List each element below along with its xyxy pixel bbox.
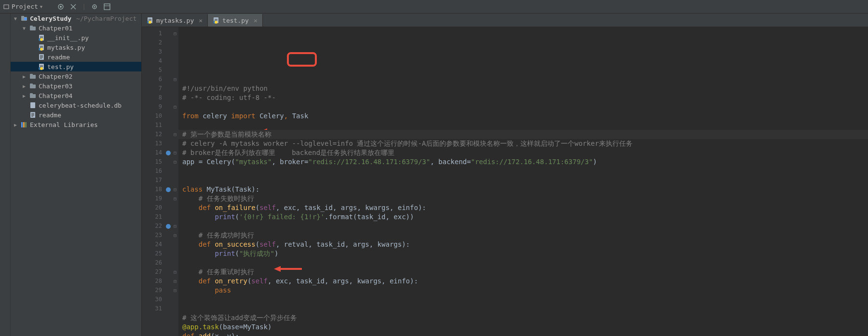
code-line[interactable]: print("执行成功") (182, 249, 868, 258)
code-line[interactable]: # -*- coding: utf-8 -*- (182, 93, 868, 102)
override-marker-icon[interactable] (166, 187, 171, 192)
tree-node-celerybeat-schedule-db[interactable]: celerybeat-schedule.db (11, 100, 141, 110)
line-number[interactable]: 27 (142, 267, 162, 277)
line-number[interactable]: 5 (142, 66, 162, 75)
line-number[interactable]: 2 (142, 38, 162, 47)
code-line[interactable] (182, 176, 868, 185)
expand-arrow-icon[interactable]: ▶ (21, 84, 27, 89)
fold-handle[interactable]: ⊟ (172, 102, 178, 112)
expand-arrow-icon[interactable]: ▼ (13, 16, 18, 21)
line-number[interactable]: 21 (142, 212, 162, 222)
tree-node-chatper02[interactable]: ▶Chatper02 (11, 71, 141, 81)
fold-handle[interactable]: ⊟ (172, 157, 178, 167)
fold-handle[interactable] (172, 112, 178, 121)
fold-handle[interactable] (172, 249, 178, 258)
expand-arrow-icon[interactable]: ▶ (21, 93, 27, 98)
code-line[interactable] (182, 304, 868, 313)
code-area[interactable]: #!/usr/bin/env python# -*- coding: utf-8… (178, 27, 868, 336)
line-number[interactable]: 7 (142, 84, 162, 93)
line-number[interactable]: 3 (142, 47, 162, 56)
close-icon[interactable]: × (199, 17, 203, 24)
line-number[interactable]: 18 (142, 185, 162, 194)
fold-gutter[interactable]: ⊟⊟⊟⊟⊟⊟⊟⊟⊟⊟⊟⊟⊟ (172, 27, 178, 336)
code-line[interactable]: # 这个装饰器让add变成一个异步任务 (182, 313, 868, 322)
line-number[interactable]: 23 (142, 231, 162, 240)
code-line[interactable]: app = Celery("mytasks", broker="redis://… (182, 157, 868, 167)
line-number[interactable]: 10 (142, 112, 162, 121)
code-line[interactable]: def add(x, y): (182, 332, 868, 336)
tree-node-external-libraries[interactable]: ▶External Libraries (11, 120, 141, 129)
tree-node-chatper01[interactable]: ▼Chatper01 (11, 23, 141, 33)
code-line[interactable]: def on_failure(self, exc, task_id, args,… (182, 203, 868, 212)
line-number[interactable]: 22 (142, 222, 162, 231)
hide-icon[interactable] (103, 3, 111, 11)
code-line[interactable] (182, 295, 868, 304)
line-number[interactable]: 11 (142, 121, 162, 130)
fold-handle[interactable] (172, 139, 178, 148)
scroll-from-source-icon[interactable] (57, 3, 65, 11)
code-line[interactable]: def on_retry(self, exc, task_id, args, k… (182, 277, 868, 286)
tree-node--init-py[interactable]: __init__.py (11, 33, 141, 42)
fold-handle[interactable]: ⊟ (172, 194, 178, 203)
expand-arrow-icon[interactable]: ▶ (13, 122, 18, 127)
fold-handle[interactable] (172, 295, 178, 304)
line-number[interactable]: 4 (142, 56, 162, 66)
line-number[interactable]: 20 (142, 203, 162, 212)
fold-handle[interactable] (172, 176, 178, 185)
line-number[interactable]: 16 (142, 167, 162, 176)
fold-handle[interactable] (172, 38, 178, 47)
fold-handle[interactable]: ⊟ (172, 277, 178, 286)
line-number[interactable]: 29 (142, 286, 162, 295)
fold-handle[interactable] (172, 56, 178, 66)
code-line[interactable]: # 任务成功时执行 (182, 231, 868, 240)
code-line[interactable] (182, 167, 868, 176)
tree-node-readme[interactable]: readme (11, 52, 141, 62)
line-number[interactable]: 30 (142, 295, 162, 304)
fold-handle[interactable] (172, 93, 178, 102)
settings-icon[interactable] (91, 3, 98, 11)
code-line[interactable]: #!/usr/bin/env python (182, 84, 868, 93)
project-tree[interactable]: ▼CeleryStudy~/PycharmProject▼Chatper01__… (0, 14, 142, 336)
code-line[interactable]: from celery import Celery, Task (182, 112, 868, 121)
fold-handle[interactable] (172, 66, 178, 75)
line-number[interactable]: 19 (142, 194, 162, 203)
line-number-gutter[interactable]: 1234567891011121314151617181920212223242… (142, 27, 165, 336)
line-number[interactable]: 8 (142, 93, 162, 102)
code-line[interactable]: def on_success(self, retval, task_id, ar… (182, 240, 868, 249)
fold-handle[interactable]: ⊟ (172, 148, 178, 157)
fold-handle[interactable]: ⊟ (172, 222, 178, 231)
code-line[interactable] (182, 222, 868, 231)
tree-node-test-py[interactable]: test.py (11, 62, 141, 71)
fold-handle[interactable] (172, 167, 178, 176)
fold-handle[interactable] (172, 304, 178, 313)
line-number[interactable]: 31 (142, 304, 162, 313)
code-line[interactable]: pass (182, 286, 868, 295)
fold-handle[interactable]: ⊟ (172, 231, 178, 240)
line-number[interactable]: 25 (142, 249, 162, 258)
line-number[interactable]: 9 (142, 102, 162, 112)
code-line[interactable] (182, 121, 868, 130)
fold-handle[interactable] (172, 47, 178, 56)
project-dropdown[interactable]: Project ▼ (3, 3, 42, 10)
expand-arrow-icon[interactable]: ▼ (21, 26, 27, 31)
code-line[interactable]: print('{0!r} failed: {1!r}'.format(task_… (182, 212, 868, 222)
fold-handle[interactable] (172, 84, 178, 93)
tab-test-py[interactable]: test.py× (208, 14, 263, 27)
fold-handle[interactable] (172, 258, 178, 267)
fold-handle[interactable]: ⊟ (172, 130, 178, 139)
close-icon[interactable]: × (254, 17, 258, 24)
override-marker-icon[interactable] (166, 151, 171, 155)
code-line[interactable]: class MyTask(Task): (182, 185, 868, 194)
line-number[interactable]: 17 (142, 176, 162, 185)
code-line[interactable]: # broker是任务队列放在哪里 backend是任务执行结果放在哪里 (182, 148, 868, 157)
line-number[interactable]: 12 (142, 130, 162, 139)
code-line[interactable]: # 第一个参数是当前模块名称 (182, 130, 868, 139)
tree-node-chatper04[interactable]: ▶Chatper04 (11, 91, 141, 100)
fold-handle[interactable]: ⊟ (172, 75, 178, 84)
code-line[interactable]: # 任务失败时执行 (182, 194, 868, 203)
code-line[interactable]: # celery -A mytasks worker --loglevel=in… (182, 139, 868, 148)
collapse-all-icon[interactable] (69, 3, 77, 11)
fold-handle[interactable]: ⊟ (172, 286, 178, 295)
line-number[interactable]: 26 (142, 258, 162, 267)
fold-handle[interactable] (172, 212, 178, 222)
